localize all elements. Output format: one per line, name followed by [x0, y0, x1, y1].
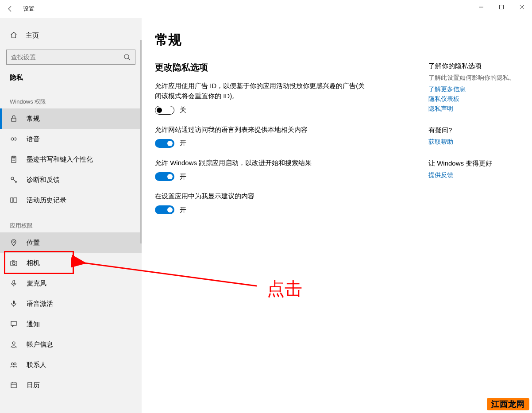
search-input[interactable] — [11, 54, 123, 61]
rail-heading-feedback: 让 Windows 变得更好 — [428, 159, 521, 168]
account-icon — [10, 340, 19, 349]
nav-label: 通知 — [27, 320, 40, 328]
svg-rect-12 — [14, 198, 17, 202]
home-nav[interactable]: 主页 — [0, 26, 142, 45]
svg-rect-24 — [11, 383, 16, 388]
lock-icon — [10, 114, 19, 123]
calendar-icon — [10, 381, 19, 390]
window-controls — [471, 0, 532, 14]
nav-microphone[interactable]: 麦克风 — [0, 273, 142, 293]
setting-desc: 允许网站通过访问我的语言列表来提供本地相关内容 — [155, 124, 367, 135]
link-feedback[interactable]: 提供反馈 — [428, 171, 521, 179]
speech-icon — [10, 135, 19, 143]
notification-icon — [10, 320, 19, 328]
svg-rect-4 — [12, 118, 16, 121]
group-app-permissions: 应用权限 — [0, 210, 142, 232]
svg-rect-16 — [12, 260, 14, 261]
toggle-state: 关 — [180, 106, 186, 114]
home-label: 主页 — [26, 31, 39, 40]
toggle-advertising-id[interactable] — [155, 106, 174, 115]
rail-subtext: 了解此设置如何影响你的隐私。 — [428, 74, 521, 82]
nav-account-info[interactable]: 帐户信息 — [0, 334, 142, 355]
svg-point-10 — [11, 177, 14, 180]
toggle-language-list[interactable] — [155, 139, 174, 148]
home-icon — [10, 31, 19, 40]
nav-label: 相机 — [27, 259, 40, 267]
voice-activation-icon — [10, 299, 19, 308]
link-get-help[interactable]: 获取帮助 — [428, 138, 521, 146]
history-icon — [10, 196, 19, 205]
toggle-app-launch-tracking[interactable] — [155, 172, 174, 181]
maximize-icon — [499, 4, 504, 10]
rail-heading-privacy: 了解你的隐私选项 — [428, 62, 521, 70]
svg-point-23 — [14, 363, 16, 365]
nav-label: 常规 — [27, 115, 40, 123]
camera-icon — [10, 259, 19, 267]
feedback-icon — [10, 175, 19, 184]
toggle-state: 开 — [180, 173, 186, 181]
window-title: 设置 — [20, 5, 35, 13]
svg-rect-19 — [11, 321, 16, 325]
back-button[interactable] — [0, 0, 20, 18]
setting-app-launch-tracking: 允许 Windows 跟踪应用启动，以改进开始和搜索结果 开 — [155, 158, 367, 181]
setting-desc: 允许 Windows 跟踪应用启动，以改进开始和搜索结果 — [155, 158, 367, 168]
svg-point-2 — [124, 54, 129, 59]
close-button[interactable] — [512, 0, 532, 14]
section-heading: 隐私 — [0, 67, 142, 86]
nav-voice-activation[interactable]: 语音激活 — [0, 293, 142, 314]
nav-label: 活动历史记录 — [27, 196, 66, 205]
main-content: 常规 更改隐私选项 允许应用使用广告 ID，以便基于你的应用活动投放你更感兴趣的… — [142, 18, 532, 413]
nav-camera[interactable]: 相机 — [0, 253, 142, 273]
nav-location[interactable]: 位置 — [0, 232, 142, 253]
nav-notifications[interactable]: 通知 — [0, 314, 142, 334]
nav-label: 帐户信息 — [27, 340, 53, 349]
group-windows-permissions: Windows 权限 — [0, 86, 142, 108]
svg-point-13 — [13, 241, 15, 243]
setting-desc: 允许应用使用广告 ID，以便基于你的应用活动投放你更感兴趣的广告(关闭该模式将会… — [155, 81, 367, 101]
minimize-button[interactable] — [471, 0, 491, 14]
nav-label: 日历 — [27, 381, 40, 390]
nav-diagnostics[interactable]: 诊断和反馈 — [0, 170, 142, 190]
minimize-icon — [478, 4, 484, 10]
nav-label: 位置 — [27, 239, 40, 247]
maximize-button[interactable] — [491, 0, 512, 14]
nav-inking[interactable]: 墨迹书写和键入个性化 — [0, 149, 142, 170]
nav-general[interactable]: 常规 — [0, 108, 142, 129]
setting-suggested-content: 在设置应用中为我显示建议的内容 开 — [155, 191, 367, 214]
nav-activity-history[interactable]: 活动历史记录 — [0, 190, 142, 210]
nav-label: 联系人 — [27, 361, 46, 369]
search-box[interactable] — [6, 50, 135, 65]
toggle-suggested-content[interactable] — [155, 205, 174, 214]
nav-contacts[interactable]: 联系人 — [0, 355, 142, 375]
nav-label: 语音 — [27, 135, 40, 143]
svg-rect-17 — [13, 280, 15, 284]
link-privacy-dashboard[interactable]: 隐私仪表板 — [428, 95, 521, 103]
link-learn-more[interactable]: 了解更多信息 — [428, 85, 521, 93]
svg-point-5 — [11, 138, 14, 140]
rail-heading-help: 有疑问? — [428, 126, 521, 135]
watermark: 江西龙网 — [487, 398, 529, 410]
svg-point-22 — [12, 363, 14, 365]
page-title: 常规 — [155, 31, 513, 49]
sidebar: 主页 隐私 Windows 权限 常规 — [0, 18, 142, 413]
nav-label: 语音激活 — [27, 300, 53, 308]
search-icon — [123, 54, 131, 61]
microphone-icon — [10, 279, 19, 288]
clipboard-icon — [10, 155, 19, 164]
arrow-left-icon — [7, 5, 14, 12]
setting-desc: 在设置应用中为我显示建议的内容 — [155, 191, 367, 201]
svg-point-15 — [12, 262, 15, 265]
nav-calendar[interactable]: 日历 — [0, 375, 142, 395]
setting-language-list: 允许网站通过访问我的语言列表来提供本地相关内容 开 — [155, 124, 367, 148]
svg-rect-1 — [500, 5, 504, 9]
svg-rect-11 — [11, 198, 13, 202]
svg-point-20 — [12, 342, 15, 344]
svg-rect-18 — [13, 301, 15, 304]
link-privacy-statement[interactable]: 隐私声明 — [428, 105, 521, 113]
nav-label: 诊断和反馈 — [27, 176, 60, 184]
nav-label: 麦克风 — [27, 279, 46, 288]
titlebar: 设置 — [0, 0, 532, 18]
location-icon — [10, 238, 19, 247]
close-icon — [519, 4, 524, 10]
nav-speech[interactable]: 语音 — [0, 129, 142, 149]
